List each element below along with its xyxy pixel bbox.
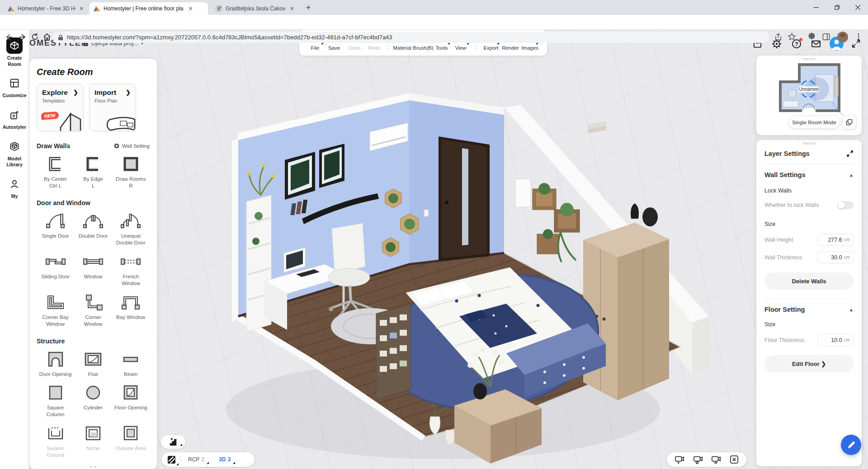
minimap-card[interactable]: Unnamed Single Room Mode <box>756 56 862 135</box>
add-level-button[interactable] <box>161 435 185 449</box>
feedback-chat-button[interactable] <box>841 435 861 455</box>
floor-opening-icon <box>121 384 140 402</box>
tab-close-icon[interactable]: ✕ <box>187 5 194 12</box>
duplicate-view-icon[interactable] <box>843 116 856 129</box>
tab-rcp-view[interactable]: RCP2 <box>185 456 209 463</box>
tool-beam[interactable]: Beam <box>112 350 150 378</box>
sidebar-item-autostyler[interactable]: Autostyler <box>0 107 29 131</box>
drag-handle[interactable] <box>756 56 862 60</box>
french-window-icon <box>120 253 141 271</box>
tool-outside-area[interactable]: Outside Area <box>112 424 150 459</box>
collapse-icon[interactable]: ▲ <box>849 307 854 312</box>
sidebar-item-my[interactable]: My <box>0 176 29 200</box>
square-column-icon <box>46 384 65 402</box>
tool-draw-rooms[interactable]: Draw RoomsR <box>112 155 150 189</box>
beam-icon <box>121 350 140 368</box>
door[interactable] <box>439 136 490 261</box>
structure-header: Structure <box>37 338 65 345</box>
tab-close-icon[interactable]: ✕ <box>289 5 295 12</box>
close-views-icon[interactable] <box>730 455 739 464</box>
back-icon[interactable] <box>5 33 14 42</box>
new-tab-button[interactable]: + <box>302 2 315 14</box>
import-floorplan-card[interactable]: Import ❯ Floor Plan <box>89 84 136 131</box>
camera-views-bar <box>667 452 746 467</box>
floorplan-illustration <box>105 109 136 131</box>
tool-draw-by-edge[interactable]: By EdgeL <box>74 155 112 189</box>
expand-panel-icon[interactable] <box>846 150 854 157</box>
window-icon <box>83 253 104 271</box>
explore-templates-card[interactable]: Explore ❯ Templates NEW <box>37 84 84 131</box>
sliding-door-icon <box>45 253 66 271</box>
window-restore-button[interactable] <box>826 0 847 15</box>
edit-floor-button[interactable]: Edit Floor ❯ <box>764 355 854 372</box>
panel-scroll-more-icon[interactable]: ⌄⌄ <box>89 464 97 468</box>
reload-icon[interactable] <box>31 33 41 42</box>
window-close-button[interactable] <box>847 0 868 15</box>
home-icon[interactable] <box>42 33 52 42</box>
camera-settings-icon[interactable] <box>693 455 703 464</box>
size-label: Size <box>764 221 854 227</box>
tab-3d-view[interactable]: 3D3 <box>216 456 235 463</box>
extensions-puzzle-icon[interactable] <box>807 33 816 42</box>
tool-corner-window[interactable]: CornerWindow <box>74 293 112 328</box>
homestyler-favicon <box>7 5 14 12</box>
window-minimize-button[interactable] <box>806 0 826 15</box>
floor-thickness-input[interactable] <box>823 337 842 343</box>
plant-shelves[interactable] <box>515 179 580 262</box>
tool-flue[interactable]: Flue <box>74 350 112 378</box>
tool-single-door[interactable]: Single Door <box>37 212 74 246</box>
browser-nav-bar: https://3d.homestyler.com/?spm=a1zmxy.20… <box>0 15 868 30</box>
tool-draw-by-center[interactable]: By CenterCtrl L <box>37 155 74 189</box>
add-camera-view-icon[interactable] <box>675 455 684 464</box>
camera-move-icon[interactable] <box>711 455 721 464</box>
tool-niche[interactable]: Niche <box>74 424 112 459</box>
by-edge-icon <box>85 155 102 173</box>
tool-double-door[interactable]: Double Door <box>74 212 112 246</box>
tool-cylinder[interactable]: Cylinder <box>74 384 112 418</box>
notification-dot <box>799 38 802 41</box>
tool-door-opening[interactable]: Door Opening <box>37 350 74 378</box>
light-switch[interactable] <box>424 210 429 216</box>
photo-board[interactable] <box>376 305 410 399</box>
wall-picture-2[interactable] <box>319 144 344 188</box>
sidebar-item-customize[interactable]: Customize <box>0 75 29 99</box>
floor-thickness-field[interactable]: cm <box>817 334 854 346</box>
tool-window[interactable]: Window <box>74 253 112 287</box>
bookmark-star-icon[interactable] <box>788 33 797 42</box>
browser-tab-3[interactable]: Graditeljska škola Čakovec - Proj ✕ <box>212 2 298 15</box>
tool-floor-opening[interactable]: Floor Opening <box>112 384 150 418</box>
cylinder-icon <box>84 384 103 402</box>
tool-square-column[interactable]: SquareColumn <box>37 384 74 418</box>
delete-walls-button[interactable]: Delete Walls <box>764 272 854 290</box>
lock-walls-toggle[interactable] <box>837 201 854 209</box>
collapse-icon[interactable]: ▲ <box>849 173 854 178</box>
sidebar-item-model-library[interactable]: ModelLibrary <box>0 138 29 168</box>
tab-close-icon[interactable]: ✕ <box>79 5 85 12</box>
drag-handle[interactable] <box>764 140 854 145</box>
tool-sunken-ground[interactable]: SunkenGround <box>37 424 74 459</box>
wall-height-field[interactable]: cm <box>817 234 854 246</box>
wall-thickness-input[interactable] <box>823 254 842 261</box>
svg-text:?: ? <box>795 41 798 47</box>
tool-sliding-door[interactable]: Sliding Door <box>37 253 74 287</box>
sidebar-label: Autostyler <box>3 124 26 131</box>
wall-height-input[interactable] <box>823 237 842 243</box>
autostyler-icon <box>6 107 23 123</box>
floorplan-thumbnail[interactable]: Unnamed <box>776 63 844 117</box>
tool-bay-window[interactable]: Bay Window <box>112 293 150 328</box>
tool-french-window[interactable]: FrenchWindow <box>112 253 150 287</box>
plan-2d-icon[interactable] <box>167 455 176 464</box>
tool-unequal-double-door[interactable]: UnequalDouble Door <box>112 212 150 246</box>
forward-icon[interactable] <box>18 33 28 42</box>
browser-tab-2-active[interactable]: Homestyler | Free online floor pla ✕ <box>90 2 208 15</box>
browser-menu-kebab-icon[interactable] <box>854 33 863 42</box>
share-icon[interactable] <box>774 33 783 42</box>
tool-corner-bay-window[interactable]: Corner BayWindow <box>37 293 74 328</box>
browser-tab-1[interactable]: Homestyler - Free 3D Home Desi ✕ <box>4 2 88 15</box>
single-room-mode-button[interactable]: Single Room Mode <box>789 116 840 128</box>
address-bar[interactable]: https://3d.homestyler.com/?spm=a1zmxy.20… <box>52 32 769 43</box>
side-panel-icon[interactable] <box>822 33 831 42</box>
wall-setting-button[interactable]: Wall Setting <box>113 143 150 149</box>
browser-profile-avatar[interactable] <box>837 32 848 42</box>
wall-thickness-field[interactable]: cm <box>817 251 854 263</box>
